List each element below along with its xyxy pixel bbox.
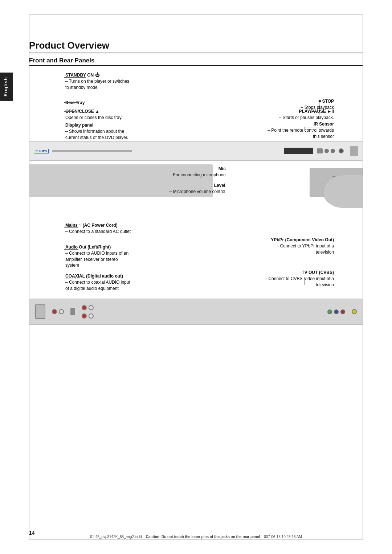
connector-line-ir-v: [305, 127, 305, 131]
front-below-labels: Mic – For connecting microphone Level – …: [29, 164, 363, 208]
mains-label: Mains ~ (AC Power Cord) – Connect to a s…: [65, 222, 131, 235]
coaxial-connector: [70, 308, 75, 315]
component-green: [327, 309, 332, 314]
connector-line-play-v: [312, 114, 312, 118]
audio-out-label: Audio Out (Left/Right) – Connect to AUDI…: [65, 244, 128, 268]
rear-conn-mains-v: [64, 227, 64, 249]
philips-logo: PHILIPS: [34, 149, 49, 153]
page-border-bottom: [29, 539, 363, 539]
rear-conn-mains-h: [64, 227, 78, 228]
connector-line-open-h: [64, 111, 75, 112]
connector-line-open: [64, 111, 64, 115]
rear-conn-audio-h: [64, 249, 78, 250]
front-buttons: [317, 148, 335, 153]
language-tab: English: [0, 73, 13, 101]
rca-r3: [82, 313, 87, 319]
component-blue: [334, 309, 339, 314]
power-connector: [35, 304, 45, 319]
open-close-button: [317, 148, 323, 153]
stop-button: [331, 149, 335, 153]
rear-conn-tvout-v: [305, 279, 305, 285]
connector-line-stop-v: [319, 102, 319, 115]
front-above-labels: STANDBY ON ⏻ – Turns on the player or sw…: [29, 72, 363, 141]
cvbs-group: [352, 309, 357, 314]
connector-line-disc-h: [64, 102, 78, 103]
rear-conn-ypbpr-h: [312, 245, 334, 245]
display-panel-visual: [284, 148, 313, 154]
connector-line-standby-h: [64, 77, 86, 78]
audio-rca-row: [52, 309, 64, 314]
cvbs-connector: [352, 309, 357, 314]
audio-rca-group: [52, 309, 64, 314]
display-panel-label: Display panel – Shows information about …: [65, 122, 128, 140]
connector-line-ir-h: [305, 127, 334, 127]
connector-line-stop-h: [319, 102, 334, 102]
rear-conn-tvout-h: [305, 279, 334, 279]
ir-sensor-label: IR Sensor – Point the remote control tow…: [268, 121, 334, 139]
connector-line-play-h: [312, 114, 334, 114]
rca-white: [59, 309, 64, 314]
standby-label: STANDBY ON ⏻ – Turns on the player or sw…: [65, 72, 129, 90]
connector-line-disc: [64, 102, 64, 110]
section-heading: Front and Rear Panels: [29, 57, 363, 64]
play-pause-label: PLAY/PAUSE ►II – Starts or pauses playba…: [279, 108, 334, 121]
component-video-group: [327, 309, 345, 314]
rear-conn-ypbpr-v: [312, 245, 312, 250]
front-panel-section: STANDBY ON ⏻ – Turns on the player or sw…: [29, 72, 363, 208]
rca-w2: [89, 305, 94, 310]
page-title: Product Overview: [29, 40, 363, 51]
page-number: 14: [29, 530, 35, 536]
ypbpr-label: YPbPr (Component Video Out) – Connect to…: [271, 237, 334, 255]
ir-sensor-visual: [339, 148, 344, 153]
component-row-top: [327, 309, 345, 314]
mic-label: Mic – For connecting microphone: [169, 166, 225, 178]
footer-text: 01-43_dvp3142K_55_eng2.indd Caution: Do …: [36, 535, 356, 539]
component-red: [340, 309, 345, 314]
page-border-top: [29, 15, 363, 15]
rear-conn-coax-v: [64, 279, 64, 286]
rear-conn-coax-h: [64, 279, 78, 279]
decorative-curve: [323, 175, 363, 208]
disc-slot: [52, 150, 132, 152]
connector-line-standby: [64, 77, 64, 96]
front-device-diagram: PHILIPS: [29, 141, 363, 161]
open-close-label: OPEN/CLOSE ▲ Opens or closes the disc tr…: [65, 108, 122, 121]
rear-panel-section: Mains ~ (AC Power Cord) – Connect to a s…: [29, 222, 363, 325]
volume-knob: [350, 146, 358, 156]
rear-above-labels: Mains ~ (AC Power Cord) – Connect to a s…: [29, 222, 363, 299]
play-pause-button: [324, 149, 329, 153]
rear-device-diagram: [29, 299, 363, 325]
video-rca-row-bottom: [82, 313, 94, 319]
disc-tray-label: Disc Tray: [65, 100, 85, 106]
video-rca-row-top: [82, 305, 94, 310]
rear-conn-audio-v: [64, 249, 64, 257]
video-rca-group: [82, 305, 94, 319]
rca-red: [52, 309, 57, 314]
coaxial-label: COAXIAL (Digital audio out) – Connect to…: [65, 273, 130, 291]
rca-w3: [89, 313, 94, 319]
level-label: Level – Microphone volume control: [169, 182, 225, 195]
rca-r2: [82, 305, 87, 310]
